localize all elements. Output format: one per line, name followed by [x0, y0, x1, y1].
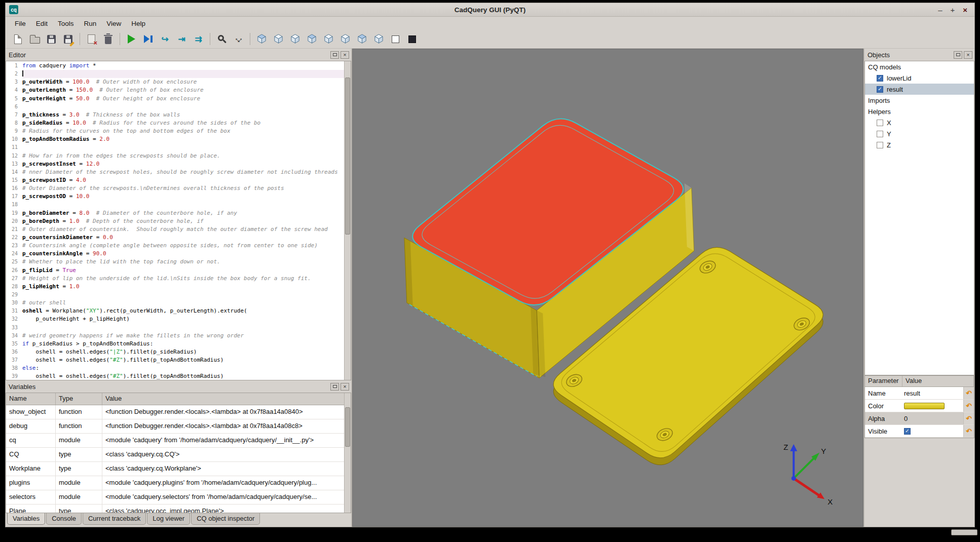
variables-scrollbar[interactable]	[344, 393, 351, 513]
objects-float-button[interactable]	[954, 51, 962, 59]
color-reset-button[interactable]: ↶	[963, 400, 974, 412]
code-line-text: # Whether to place the lid with the top …	[22, 258, 344, 266]
line-number: 16	[6, 184, 22, 192]
scene-canvas[interactable]: Z Y X	[353, 49, 863, 526]
left-view-icon[interactable]	[304, 32, 320, 47]
parameter-column-header[interactable]: Parameter	[865, 376, 902, 386]
parameter-row-alpha[interactable]: Alpha0↶	[865, 412, 974, 425]
menu-view[interactable]: View	[101, 18, 126, 29]
table-row[interactable]: debugfunction<function Debugger.render.<…	[6, 419, 351, 434]
front-view-icon[interactable]	[271, 32, 286, 47]
editor-scrollbar[interactable]	[344, 61, 351, 380]
variables-float-button[interactable]	[330, 383, 339, 391]
parameter-row-visible[interactable]: Visible✓↶	[865, 425, 974, 438]
right-view-icon[interactable]	[321, 32, 336, 47]
objects-tree: CQ models✓lowerLid✓resultImportsHelpersX…	[864, 61, 974, 375]
step-into-icon[interactable]: ⇉	[191, 32, 206, 47]
objects-item-result[interactable]: ✓result	[865, 84, 974, 95]
zoom-icon[interactable]	[214, 32, 230, 47]
shaded-view-icon[interactable]	[404, 32, 420, 47]
close-button[interactable]: ×	[963, 6, 967, 14]
menu-tools[interactable]: Tools	[53, 18, 79, 29]
value-column-header[interactable]: Value	[902, 376, 974, 386]
column-header-value[interactable]: Value	[102, 393, 351, 405]
axo-view-icon[interactable]	[371, 32, 387, 47]
table-row[interactable]: Planetype<class 'cadquery.occ_impl.geom.…	[6, 505, 351, 513]
clear-icon[interactable]	[84, 32, 99, 47]
step-over-icon[interactable]: ⇥	[174, 32, 190, 47]
objects-group-imports[interactable]: Imports	[865, 95, 974, 106]
back-view-icon[interactable]	[287, 32, 303, 47]
parameter-value[interactable]	[902, 403, 963, 409]
maximize-button[interactable]: +	[950, 6, 955, 14]
objects-group-cq-models[interactable]: CQ models	[865, 61, 974, 72]
objects-item-z[interactable]: Z	[865, 139, 974, 150]
cell-value: <class 'cadquery.cq.Workplane'>	[102, 462, 351, 476]
code-editor[interactable]: 1from cadquery import *23p_outerWidth = …	[6, 61, 351, 380]
fit-all-icon[interactable]: ↔↔	[231, 32, 246, 47]
delete-icon[interactable]	[100, 32, 116, 47]
visible-reset-button[interactable]: ↶	[963, 425, 974, 437]
table-row[interactable]: cqmodule<module 'cadquery' from '/home/a…	[6, 434, 351, 448]
table-row[interactable]: CQtype<class 'cadquery.cq.CQ'>	[6, 448, 351, 462]
toolbar-separator	[120, 33, 120, 45]
visible-checkbox[interactable]: ✓	[904, 428, 911, 435]
menu-edit[interactable]: Edit	[31, 18, 53, 29]
menu-run[interactable]: Run	[79, 18, 102, 29]
open-file-icon[interactable]	[27, 32, 43, 47]
run-button[interactable]	[124, 32, 139, 47]
line-number: 27	[6, 275, 22, 283]
name-reset-button[interactable]: ↶	[963, 387, 974, 399]
tab-log-viewer[interactable]: Log viewer	[147, 513, 190, 525]
parameter-row-name[interactable]: Nameresult↶	[865, 387, 974, 400]
objects-close-button[interactable]: ×	[964, 51, 972, 59]
minimize-button[interactable]: –	[938, 6, 942, 14]
parameter-value[interactable]: 0	[902, 415, 963, 422]
tab-console[interactable]: Console	[46, 513, 82, 525]
column-header-type[interactable]: Type	[56, 393, 102, 405]
plane-view-icon[interactable]	[388, 32, 403, 47]
column-header-name[interactable]: Name	[6, 393, 56, 405]
menu-file[interactable]: File	[10, 18, 31, 29]
save-as-icon[interactable]	[60, 32, 76, 47]
table-row[interactable]: pluginsmodule<module 'cadquery.plugins' …	[6, 476, 351, 490]
code-line: 14# nner Diameter of the screwpost holes…	[6, 168, 344, 176]
parameter-row-color[interactable]: Color↶	[865, 400, 974, 412]
parameter-value[interactable]: result	[902, 390, 963, 397]
editor-scrollbar-thumb[interactable]	[345, 78, 350, 235]
table-row[interactable]: show_objectfunction<function Debugger.re…	[6, 405, 351, 419]
x-checkbox[interactable]	[877, 120, 883, 126]
parameter-value[interactable]: ✓	[902, 428, 963, 435]
top-view-icon[interactable]	[337, 32, 353, 47]
menu-help[interactable]: Help	[126, 18, 150, 29]
y-checkbox[interactable]	[877, 131, 883, 137]
code-line-text: p_countersinkDiameter = 0.0	[22, 234, 344, 242]
code-area[interactable]: 1from cadquery import *23p_outerWidth = …	[6, 61, 344, 380]
save-icon[interactable]	[44, 32, 59, 47]
editor-float-button[interactable]	[330, 51, 339, 59]
objects-item-y[interactable]: Y	[865, 128, 974, 139]
z-checkbox[interactable]	[877, 142, 883, 148]
variables-close-button[interactable]: ×	[341, 383, 349, 391]
alpha-reset-button[interactable]: ↶	[963, 412, 974, 424]
viewport-3d[interactable]: Z Y X	[352, 49, 863, 527]
lowerlid-checkbox[interactable]: ✓	[877, 75, 883, 82]
debug-button[interactable]	[140, 32, 156, 47]
objects-item-x[interactable]: X	[865, 117, 974, 128]
tab-current-traceback[interactable]: Current traceback	[83, 513, 146, 525]
bottom-view-icon[interactable]	[354, 32, 370, 47]
tab-cq-object-inspector[interactable]: CQ object inspector	[191, 513, 260, 525]
variables-scrollbar-thumb[interactable]	[345, 407, 350, 447]
color-swatch[interactable]	[904, 403, 945, 409]
new-file-icon[interactable]	[10, 32, 26, 47]
result-checkbox[interactable]: ✓	[877, 86, 883, 93]
tab-variables[interactable]: Variables	[7, 513, 45, 525]
objects-group-helpers[interactable]: Helpers	[865, 106, 974, 117]
objects-item-lowerlid[interactable]: ✓lowerLid	[865, 72, 974, 84]
table-row[interactable]: Workplanetype<class 'cadquery.cq.Workpla…	[6, 462, 351, 476]
iso-view-icon[interactable]	[254, 32, 270, 47]
continue-icon[interactable]: ↪	[157, 32, 173, 47]
table-row[interactable]: selectorsmodule<module 'cadquery.selecto…	[6, 490, 351, 505]
editor-close-button[interactable]: ×	[341, 51, 349, 59]
line-number: 25	[6, 258, 22, 266]
